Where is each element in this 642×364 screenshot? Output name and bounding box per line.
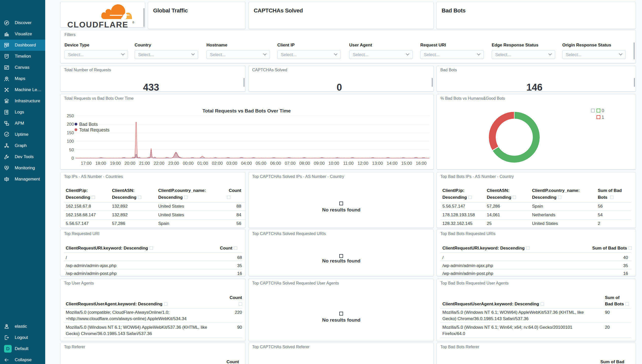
svg-text:200: 200	[67, 122, 74, 127]
svg-text:100: 100	[67, 139, 74, 144]
svg-text:13:00: 13:00	[372, 161, 383, 166]
svg-text:Bad Bots: Bad Bots	[79, 122, 98, 127]
svg-text:11:00: 11:00	[343, 161, 354, 166]
svg-text:02:00: 02:00	[212, 161, 223, 166]
svg-text:20:00: 20:00	[124, 161, 135, 166]
svg-text:0: 0	[602, 108, 604, 113]
svg-text:23:00: 23:00	[168, 161, 179, 166]
svg-text:150: 150	[67, 130, 74, 135]
svg-text:10:00: 10:00	[328, 161, 339, 166]
svg-text:50: 50	[69, 147, 74, 152]
svg-text:250: 250	[67, 113, 74, 118]
svg-text:18:00: 18:00	[95, 161, 106, 166]
svg-text:1: 1	[602, 115, 604, 120]
svg-text:17:00: 17:00	[81, 161, 92, 166]
svg-text:01:00: 01:00	[197, 161, 208, 166]
svg-text:Total Requests: Total Requests	[79, 127, 109, 133]
svg-text:09:00: 09:00	[314, 161, 325, 166]
svg-text:08:00: 08:00	[299, 161, 310, 166]
svg-text:0: 0	[72, 156, 74, 161]
svg-text:21:00: 21:00	[139, 161, 150, 166]
svg-text:16:00: 16:00	[416, 161, 427, 166]
svg-text:19:00: 19:00	[110, 161, 121, 166]
svg-text:06:00: 06:00	[270, 161, 281, 166]
svg-text:04:00: 04:00	[241, 161, 252, 166]
svg-text:05:00: 05:00	[255, 161, 266, 166]
svg-text:12:00: 12:00	[358, 161, 368, 166]
svg-text:00:00: 00:00	[183, 161, 194, 166]
svg-text:15:00: 15:00	[401, 161, 412, 166]
svg-text:14:00: 14:00	[387, 161, 398, 166]
svg-text:Total Requests vs Bad Bots Ove: Total Requests vs Bad Bots Over Time	[202, 108, 291, 113]
svg-text:22:00: 22:00	[154, 161, 165, 166]
svg-text:03:00: 03:00	[227, 161, 237, 166]
svg-text:07:00: 07:00	[285, 161, 296, 166]
